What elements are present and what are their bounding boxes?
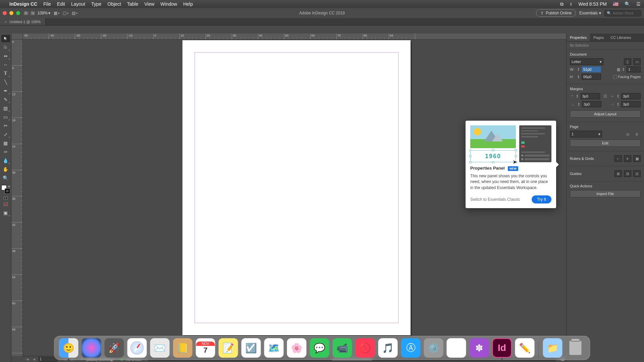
- dock-indesign[interactable]: Id: [492, 338, 512, 358]
- dock-finder[interactable]: 🙂: [59, 338, 78, 358]
- height-field[interactable]: [582, 74, 601, 80]
- menu-file[interactable]: File: [43, 1, 51, 7]
- margin-right-field[interactable]: [621, 101, 641, 107]
- page-number-field[interactable]: [39, 357, 57, 362]
- margin-left-field[interactable]: [621, 93, 641, 99]
- horizontal-ruler[interactable]: -50-40-30-20-100102030405060708084: [23, 34, 566, 40]
- menu-view[interactable]: View: [144, 1, 154, 7]
- first-page-button[interactable]: I◀: [25, 358, 30, 361]
- smart-guides-toggle[interactable]: ⊟: [624, 170, 631, 177]
- dock-launchpad[interactable]: 🚀: [105, 338, 124, 358]
- menubar-datetime[interactable]: Wed 8:53 PM: [578, 1, 607, 7]
- dock-mail[interactable]: ✉️: [150, 338, 170, 358]
- menu-window[interactable]: Window: [160, 1, 177, 7]
- pencil-tool[interactable]: ✎: [1, 96, 10, 103]
- dock-app-u[interactable]: U: [447, 338, 466, 358]
- minimize-window-button[interactable]: [9, 11, 13, 15]
- dock-safari[interactable]: [127, 338, 147, 358]
- rulers-toggle[interactable]: ⌐: [614, 155, 622, 162]
- dock-photos[interactable]: 🌸: [287, 338, 307, 358]
- menu-table[interactable]: Table: [127, 1, 138, 7]
- direct-selection-tool[interactable]: [1, 44, 10, 51]
- bluetooth-icon[interactable]: ᚼ: [570, 1, 572, 7]
- orientation-portrait[interactable]: ▯: [624, 58, 631, 65]
- close-tab-icon[interactable]: ×: [5, 20, 7, 24]
- publish-online-button[interactable]: ⇪ Publish Online: [536, 9, 576, 17]
- menu-edit[interactable]: Edit: [57, 1, 65, 7]
- zoom-window-button[interactable]: [16, 11, 20, 15]
- view-options-3[interactable]: ▤ ▾: [72, 11, 77, 15]
- baseline-grid-toggle[interactable]: ≡: [624, 155, 631, 162]
- switch-essentials-classic-link[interactable]: Switch to Essentials Classic: [470, 197, 520, 202]
- screen-mirror-icon[interactable]: ⧉: [560, 1, 564, 7]
- page-size-preset[interactable]: Letter▾: [570, 58, 603, 65]
- dock-maps[interactable]: 🗺️: [264, 338, 284, 358]
- try-it-button[interactable]: Try It: [532, 195, 551, 203]
- format-text-toggle[interactable]: T: [4, 196, 8, 200]
- import-file-button[interactable]: Import File: [570, 190, 641, 197]
- dock-siri[interactable]: [82, 338, 101, 358]
- screen-mode[interactable]: ▣: [1, 209, 10, 217]
- bridge-badge[interactable]: Br: [23, 11, 29, 15]
- tab-cc-libraries[interactable]: CC Libraries: [607, 34, 634, 41]
- stock-badge[interactable]: St: [30, 11, 35, 15]
- workspace-switcher[interactable]: Essentials▾: [579, 11, 601, 15]
- dock-messages[interactable]: 💬: [310, 338, 329, 358]
- new-page-icon[interactable]: ▤: [624, 131, 631, 137]
- pen-tool[interactable]: ✒: [1, 87, 10, 95]
- edit-page-button[interactable]: Edit: [570, 139, 641, 147]
- free-transform-tool[interactable]: ⤢: [1, 131, 10, 138]
- gap-tool[interactable]: ↔: [1, 61, 10, 68]
- document-tab[interactable]: × Untitled-1 @ 109%: [0, 18, 46, 25]
- tab-properties[interactable]: Properties: [567, 34, 590, 41]
- page[interactable]: [182, 40, 411, 335]
- dock-news[interactable]: 🚫: [356, 338, 375, 358]
- menu-layout[interactable]: Layout: [71, 1, 85, 7]
- view-options-1[interactable]: ▦ ▾: [54, 11, 59, 15]
- type-tool[interactable]: T: [1, 70, 10, 77]
- dock-app-pen[interactable]: ✏️: [515, 338, 535, 358]
- selection-tool[interactable]: [1, 35, 10, 42]
- spotlight-icon[interactable]: 🔍: [625, 1, 630, 7]
- close-window-button[interactable]: [3, 11, 7, 15]
- dock-trash[interactable]: [566, 338, 585, 358]
- pages-field[interactable]: [627, 66, 641, 72]
- menu-type[interactable]: Type: [91, 1, 101, 7]
- menubar-menu-icon[interactable]: ☰: [636, 1, 641, 7]
- adobe-stock-search[interactable]: 🔍 Adobe Stock: [604, 10, 641, 16]
- guides-toggle[interactable]: ⊞: [614, 170, 622, 177]
- prev-page-button[interactable]: ◀: [32, 358, 36, 361]
- delete-page-icon[interactable]: 🗑: [633, 131, 641, 137]
- facing-pages-checkbox[interactable]: ✓Facing Pages: [613, 75, 641, 79]
- menu-help[interactable]: Help: [183, 1, 193, 7]
- zoom-tool[interactable]: 🔍: [1, 174, 10, 182]
- dock-system-preferences[interactable]: ⚙️: [424, 338, 443, 358]
- dock-calendar[interactable]: NOV7: [196, 338, 215, 358]
- tab-pages[interactable]: Pages: [590, 34, 607, 41]
- width-field[interactable]: [582, 66, 601, 72]
- width-stepper[interactable]: ▲▼: [577, 67, 580, 71]
- view-options-2[interactable]: ▢ ▾: [63, 11, 68, 15]
- line-tool[interactable]: ╲: [1, 78, 10, 86]
- margin-top-field[interactable]: [581, 93, 600, 99]
- margin-bottom-field[interactable]: [582, 101, 601, 107]
- rectangle-tool[interactable]: ▭: [1, 113, 10, 121]
- app-menu[interactable]: InDesign CC: [9, 1, 37, 7]
- hand-tool[interactable]: ✋: [1, 166, 10, 173]
- zoom-level-dropdown[interactable]: 109%▾: [37, 11, 50, 15]
- eyedropper-tool[interactable]: 💧: [1, 157, 10, 164]
- ruler-origin[interactable]: [11, 34, 23, 40]
- input-flag-icon[interactable]: 🇺🇸: [613, 1, 619, 7]
- scissors-tool[interactable]: ✂: [1, 122, 10, 129]
- dock-notes[interactable]: 📝: [219, 338, 238, 358]
- vertical-ruler[interactable]: 0612182430364248546066: [11, 40, 23, 356]
- gradient-swatch-tool[interactable]: ▦: [1, 139, 10, 147]
- dock-itunes[interactable]: 🎵: [378, 338, 398, 358]
- page-tool[interactable]: ⇔: [1, 52, 10, 60]
- link-margins-toggle[interactable]: ⛓: [603, 94, 607, 99]
- rectangle-frame-tool[interactable]: ▧: [1, 105, 10, 112]
- dock-reminders[interactable]: ☑️: [241, 338, 261, 358]
- note-tool[interactable]: ✑: [1, 148, 10, 156]
- apply-none[interactable]: [4, 202, 8, 206]
- fill-stroke-swatch[interactable]: ⇄: [1, 185, 10, 194]
